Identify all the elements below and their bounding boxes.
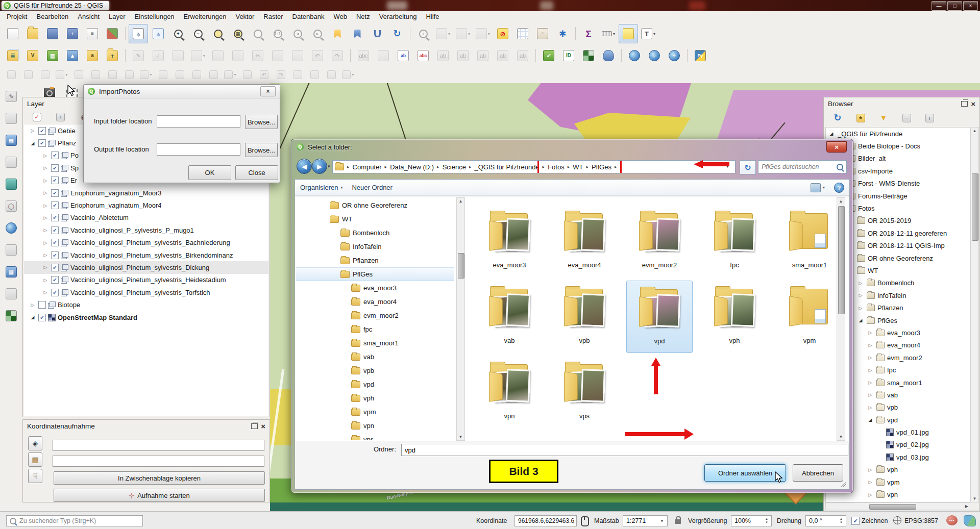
track-mouse-button[interactable]: ☟: [28, 469, 42, 483]
layer-checkbox[interactable]: ✔: [51, 189, 59, 197]
importphotos-title-bar[interactable]: Q ImportPhotos ×: [84, 85, 280, 98]
processing-tasks-icon[interactable]: [964, 515, 976, 526]
tree-item-evm-moor2[interactable]: evm_moor2: [296, 309, 454, 322]
breadcrumb-item-computer[interactable]: ▸Computer: [344, 163, 382, 171]
expand-icon[interactable]: ▷: [867, 392, 874, 397]
layer-item-biotope[interactable]: ▷Biotope: [24, 298, 268, 311]
close-panel-icon[interactable]: ×: [261, 422, 265, 430]
menu-erweiterungen[interactable]: Erweiterungen: [179, 11, 231, 22]
tree-item-wt[interactable]: WT: [296, 212, 454, 226]
folder-tile-eva-moor4[interactable]: eva_moor4: [551, 205, 618, 278]
menu-web[interactable]: Web: [329, 11, 352, 22]
expand-icon[interactable]: ▷: [42, 290, 49, 295]
expand-icon[interactable]: ▷: [29, 303, 36, 308]
scrollbar-thumb[interactable]: [972, 173, 978, 241]
expand-icon[interactable]: ▷: [42, 253, 49, 258]
style-manager-icon[interactable]: [103, 24, 122, 43]
open-project-icon[interactable]: [23, 24, 42, 43]
tree-item-vph[interactable]: vph: [296, 391, 454, 405]
collapse-icon[interactable]: ◢: [828, 131, 835, 136]
raster-grid-tool-icon[interactable]: [2, 306, 21, 325]
browser-properties-icon[interactable]: i: [920, 108, 939, 128]
expand-icon[interactable]: ▷: [867, 368, 874, 373]
organize-button[interactable]: Organisieren▾: [300, 184, 342, 191]
layer-item-eriophorum-vaginatum-moor4[interactable]: ▷✔Eriophorum_vaginatum_Moor4: [24, 199, 268, 211]
menu-hilfe[interactable]: Hilfe: [421, 11, 444, 22]
browser-item-qgis-für-pilzfreunde[interactable]: ◢_QGIS für Pilzfreunde: [826, 128, 970, 140]
select-folder-button[interactable]: Ordner auswählen: [704, 464, 786, 482]
breadcrumb-item-wt[interactable]: ▸WT: [565, 163, 583, 171]
pin-labels-icon[interactable]: ab: [394, 46, 413, 65]
layer-checkbox[interactable]: ✔: [51, 289, 59, 296]
scrollbar-thumb[interactable]: [458, 253, 464, 279]
zoom-full-icon[interactable]: [208, 24, 228, 43]
tree-item-sma-moor1[interactable]: sma_moor1: [296, 336, 454, 350]
pan-to-selection-icon[interactable]: ↔: [149, 24, 168, 43]
tree-item-fpc[interactable]: fpc: [296, 322, 454, 336]
ok-button[interactable]: OK: [188, 165, 231, 180]
zoom-to-layer-icon[interactable]: ▦: [228, 24, 248, 43]
tree-item-bombenloch[interactable]: Bombenloch: [296, 226, 454, 240]
close-button[interactable]: Close: [235, 165, 278, 180]
save-project-as-icon[interactable]: +: [63, 24, 82, 43]
move-tool-icon[interactable]: [2, 109, 21, 128]
breadcrumb-item-science[interactable]: ▸Science: [434, 163, 466, 171]
cancel-button[interactable]: Abbrechen: [793, 464, 843, 482]
text-annotation-icon[interactable]: T▾: [639, 24, 658, 43]
menu-datenbank[interactable]: Datenbank: [288, 11, 329, 22]
scrollbar-thumb[interactable]: [869, 504, 916, 510]
folder-tile-evm-moor2[interactable]: evm_moor2: [626, 205, 693, 278]
merge-tool-icon[interactable]: [2, 284, 21, 304]
breadcrumb-item-pflges[interactable]: ▸PflGes: [583, 163, 611, 171]
expand-icon[interactable]: ▷: [867, 492, 874, 497]
collapse-icon[interactable]: ◢: [29, 141, 36, 146]
attribute-grid-tool-icon[interactable]: ▦: [2, 262, 21, 282]
expand-icon[interactable]: ▷: [42, 203, 49, 208]
expand-icon[interactable]: ▷: [42, 278, 49, 283]
messages-icon[interactable]: ···: [946, 515, 958, 525]
expand-icon[interactable]: ▷: [42, 240, 49, 245]
tree-item-vab[interactable]: vab: [296, 350, 454, 364]
layer-item-vaccinio-uliginosi-pinetum-sylvestris-bachniederung[interactable]: ▷✔Vaccinio_uliginosi_Pinetum_sylvestris_…: [24, 237, 268, 249]
magnifier-spinner[interactable]: 100%▲▼: [731, 515, 772, 526]
close-button[interactable]: ×: [963, 1, 978, 11]
pan-map-icon[interactable]: ↔: [129, 24, 148, 43]
coordinate-grid-button[interactable]: ▦: [28, 452, 42, 467]
expand-icon[interactable]: ▷: [42, 215, 49, 220]
digitize-tool-icon[interactable]: ✎: [2, 87, 21, 106]
minimize-button[interactable]: —: [932, 1, 946, 11]
layer-checkbox[interactable]: ✔: [51, 152, 59, 159]
crs-globe-icon[interactable]: [893, 516, 901, 524]
layer-item-openstreetmap-standard[interactable]: ◢✔OpenStreetMap Standard: [24, 311, 268, 323]
coordinate-field-1[interactable]: [53, 440, 264, 451]
float-panel-icon[interactable]: [251, 423, 258, 429]
folder-tile-vps[interactable]: vps: [551, 356, 618, 429]
layer-item-vaccinio-uliginosi-pinetum-sylvestris-torfstich[interactable]: ▷✔Vaccinio_uliginosi_Pinetum_sylvestris_…: [24, 286, 268, 298]
layout-manager-icon[interactable]: ≡: [83, 24, 102, 43]
folder-tile-vph[interactable]: vph: [701, 281, 768, 353]
tree-item-vpb[interactable]: vpb: [296, 364, 454, 377]
breadcrumb-item-data-new-d[interactable]: ▸Data_New (D:): [382, 163, 434, 171]
layer-checkbox[interactable]: ✔: [51, 177, 59, 184]
refresh-map-icon[interactable]: ↻: [387, 24, 407, 43]
scroll-down-icon[interactable]: ▼: [837, 435, 845, 439]
table-grid-tool-icon[interactable]: ▦: [2, 131, 21, 150]
collapse-all-icon[interactable]: −: [897, 108, 916, 128]
osm-place-search-icon[interactable]: ⌖: [665, 46, 684, 65]
layer-item-vaccinio-uliginosi-pinetum-sylvestris-heidestadium[interactable]: ▷✔Vaccinio_uliginosi_Pinetum_sylvestris_…: [24, 274, 268, 286]
highlight-labels-icon[interactable]: abc: [413, 46, 433, 65]
select-folder-title-bar[interactable]: Q Select a folder:: [291, 139, 853, 155]
folder-tile-vab[interactable]: vab: [476, 281, 543, 353]
expand-icon[interactable]: ▷: [42, 153, 49, 158]
spinner-arrows-icon[interactable]: ▲▼: [765, 517, 768, 524]
folder-name-input[interactable]: [401, 444, 848, 456]
recent-pages-icon[interactable]: ▾: [328, 164, 330, 169]
web-service-tool-icon[interactable]: [2, 218, 21, 238]
measure-icon[interactable]: ▾: [599, 24, 618, 43]
layer-checkbox[interactable]: ✔: [51, 214, 59, 221]
layer-item-eriophorum-vaginatum-moor3[interactable]: ▷✔Eriophorum_vaginatum_Moor3: [24, 187, 268, 199]
coordinate-value[interactable]: 961968.6,6229463.6: [514, 515, 577, 526]
scroll-down-icon[interactable]: ▼: [971, 496, 978, 501]
scroll-up-icon[interactable]: ▲: [971, 129, 978, 133]
layer-checkbox[interactable]: ✔: [51, 226, 59, 234]
